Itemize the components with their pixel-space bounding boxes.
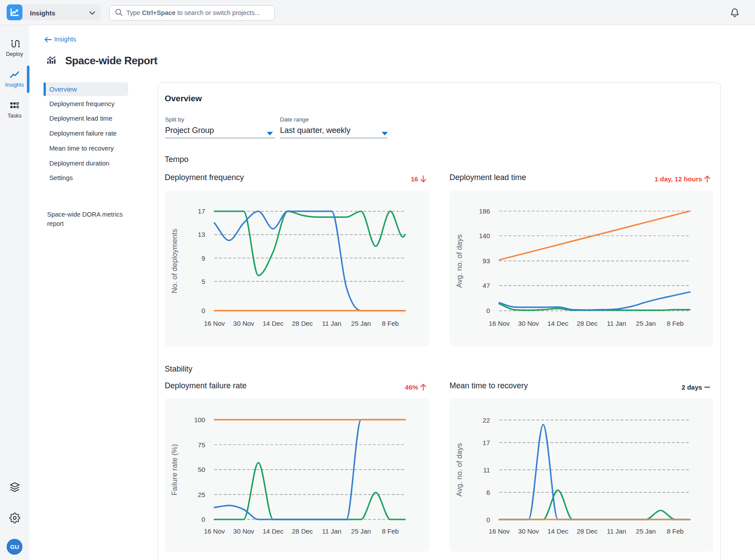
svg-text:28 Dec: 28 Dec	[292, 320, 313, 327]
svg-text:14 Dec: 14 Dec	[547, 320, 568, 327]
svg-text:17: 17	[482, 439, 490, 446]
svg-text:8 Feb: 8 Feb	[382, 527, 399, 535]
svg-text:0: 0	[202, 307, 205, 314]
svg-text:5: 5	[202, 278, 205, 285]
svg-text:8 Feb: 8 Feb	[667, 320, 684, 327]
svg-text:25 Jan: 25 Jan	[636, 527, 656, 535]
svg-text:0: 0	[486, 307, 490, 314]
svg-text:13: 13	[198, 231, 205, 238]
svg-text:11 Jan: 11 Jan	[322, 320, 342, 327]
svg-text:93: 93	[482, 257, 490, 265]
svg-text:Avg. no. of days: Avg. no. of days	[455, 234, 464, 288]
svg-text:25 Jan: 25 Jan	[351, 320, 371, 327]
svg-text:8 Feb: 8 Feb	[667, 527, 684, 535]
svg-text:0: 0	[486, 516, 490, 523]
svg-text:14 Dec: 14 Dec	[547, 527, 568, 535]
svg-text:16 Nov: 16 Nov	[204, 527, 225, 535]
svg-text:25: 25	[198, 491, 205, 498]
svg-text:9: 9	[202, 254, 205, 262]
svg-text:Avg. no. of days: Avg. no. of days	[455, 443, 464, 497]
svg-text:6: 6	[486, 489, 490, 496]
svg-text:140: 140	[479, 232, 490, 239]
svg-text:14 Dec: 14 Dec	[262, 527, 284, 535]
svg-text:22: 22	[482, 416, 490, 424]
svg-text:11 Jan: 11 Jan	[322, 527, 342, 535]
svg-text:No. of deployments: No. of deployments	[170, 229, 179, 293]
svg-text:30 Nov: 30 Nov	[233, 320, 254, 327]
svg-text:50: 50	[198, 466, 205, 473]
svg-text:30 Nov: 30 Nov	[518, 527, 539, 535]
svg-text:8 Feb: 8 Feb	[382, 320, 399, 327]
svg-text:16 Nov: 16 Nov	[204, 320, 225, 327]
svg-text:11: 11	[483, 466, 490, 474]
svg-text:Failure rate (%): Failure rate (%)	[170, 444, 179, 495]
svg-text:25 Jan: 25 Jan	[351, 527, 371, 535]
svg-text:75: 75	[198, 441, 205, 449]
svg-text:30 Nov: 30 Nov	[518, 320, 539, 327]
svg-text:28 Dec: 28 Dec	[577, 320, 598, 327]
svg-text:16 Nov: 16 Nov	[489, 320, 510, 327]
svg-text:11 Jan: 11 Jan	[607, 320, 626, 327]
svg-text:16 Nov: 16 Nov	[489, 527, 510, 535]
svg-text:28 Dec: 28 Dec	[577, 527, 598, 535]
svg-text:25 Jan: 25 Jan	[636, 320, 656, 327]
svg-text:30 Nov: 30 Nov	[233, 527, 254, 535]
svg-text:11 Jan: 11 Jan	[607, 527, 626, 535]
svg-text:186: 186	[479, 207, 490, 215]
svg-text:28 Dec: 28 Dec	[292, 527, 313, 535]
svg-text:100: 100	[194, 416, 205, 424]
svg-text:47: 47	[482, 282, 490, 289]
svg-text:14 Dec: 14 Dec	[262, 320, 284, 327]
svg-text:0: 0	[202, 516, 205, 523]
svg-text:17: 17	[198, 207, 205, 215]
